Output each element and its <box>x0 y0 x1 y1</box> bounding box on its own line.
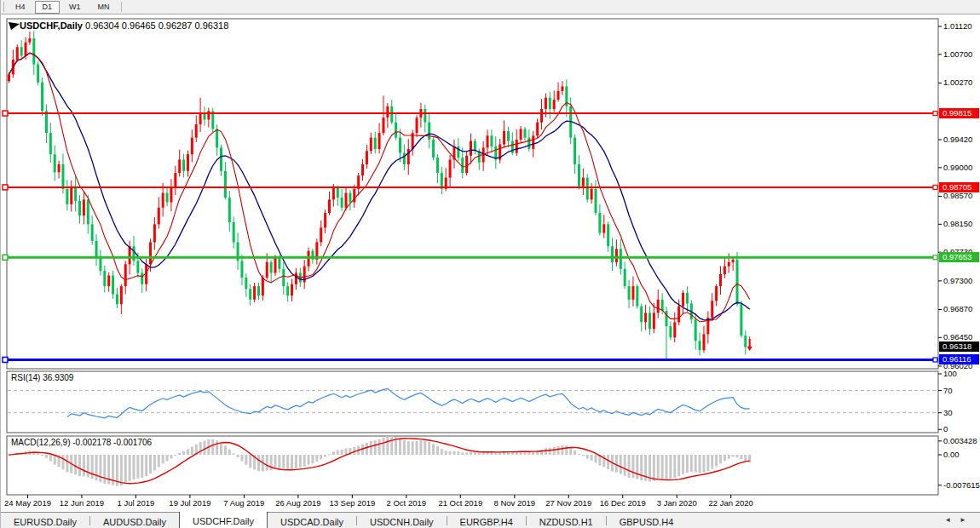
candle-body <box>586 178 589 200</box>
macd-histogram-bar <box>124 455 127 484</box>
macd-histogram-bar <box>153 455 156 471</box>
candle-body <box>628 286 631 300</box>
macd-histogram-bar <box>620 455 622 474</box>
line-left-handle[interactable] <box>3 357 8 362</box>
candle-body <box>682 293 684 307</box>
candle-body <box>728 262 730 267</box>
candle-body <box>602 224 605 232</box>
chart-tab-usdcnh-daily[interactable]: USDCNH.Daily <box>357 513 447 528</box>
macd-histogram-bar <box>732 455 735 456</box>
candle-body <box>132 246 135 261</box>
candle-body <box>536 123 539 136</box>
candle-body <box>636 286 638 306</box>
macd-histogram-bar <box>308 455 310 465</box>
macd-histogram-bar <box>428 442 430 455</box>
chart-tab-usdchf-daily[interactable]: USDCHF.Daily <box>179 512 268 528</box>
line-right-handle[interactable] <box>933 185 937 189</box>
macd-histogram-bar <box>545 448 547 455</box>
macd-histogram-bar <box>337 451 339 455</box>
candle-body <box>49 133 52 154</box>
candle-body <box>699 341 701 350</box>
macd-histogram-bar <box>653 455 655 481</box>
macd-histogram-bar <box>374 440 377 455</box>
macd-histogram-bar <box>187 449 189 455</box>
macd-histogram-bar <box>569 448 572 455</box>
macd-histogram-bar <box>99 455 101 482</box>
price-level-badge[interactable]: 0.99815 <box>939 108 979 118</box>
macd-histogram-bar <box>457 451 459 455</box>
candle-body <box>74 187 77 201</box>
candle-body <box>695 319 697 341</box>
candle-body <box>574 138 576 164</box>
candle-body <box>732 260 735 262</box>
main-price-pane[interactable] <box>7 19 938 369</box>
macd-histogram-bar <box>249 455 251 468</box>
chart-tab-usdcad-daily[interactable]: USDCAD.Daily <box>268 513 356 528</box>
candle-body <box>233 222 235 242</box>
candle-body <box>649 313 651 329</box>
macd-histogram-bar <box>211 439 214 455</box>
candle-body <box>657 300 660 313</box>
price-level-badge[interactable]: 0.97653 <box>939 252 979 262</box>
chart-tab-eurusd-daily[interactable]: EURUSD.Daily <box>1 513 89 528</box>
candle-body <box>262 278 264 296</box>
candle-body <box>257 286 260 296</box>
candle-body <box>702 334 705 350</box>
tab-scroll-left-icon[interactable]: ◄ <box>944 516 960 524</box>
candle-body <box>503 131 505 145</box>
candle-body <box>224 171 227 198</box>
line-left-handle[interactable] <box>3 111 8 116</box>
price-level-badge[interactable]: 0.96116 <box>939 354 979 364</box>
candle-body <box>341 198 343 208</box>
candle-body <box>228 198 231 222</box>
candle-body <box>378 133 381 149</box>
candle-body <box>103 271 106 286</box>
line-right-handle[interactable] <box>933 112 937 116</box>
macd-histogram-bar <box>162 455 164 463</box>
macd-histogram-bar <box>424 440 426 455</box>
candle-body <box>470 141 472 156</box>
candle-body <box>416 118 418 133</box>
line-right-handle[interactable] <box>933 255 937 260</box>
macd-histogram-bar <box>257 455 260 471</box>
candle-body <box>449 159 452 177</box>
line-right-handle[interactable] <box>933 358 937 362</box>
candle-body <box>195 124 198 138</box>
macd-histogram-bar <box>87 455 89 478</box>
candle-body <box>70 187 72 204</box>
macd-histogram-bar <box>49 455 52 462</box>
chart-tab-nzdusd-h1[interactable]: NZDUSD.H1 <box>527 513 606 528</box>
price-axis-label: 1.00270 <box>943 78 972 87</box>
candle-body <box>723 267 726 274</box>
price-level-badge[interactable]: 0.98705 <box>939 182 979 192</box>
candle-body <box>428 123 430 140</box>
macd-histogram-bar <box>657 455 660 479</box>
chart-tab-audusd-daily[interactable]: AUDUSD.Daily <box>90 513 179 528</box>
macd-histogram-bar <box>41 455 43 456</box>
macd-histogram-bar <box>345 448 348 455</box>
candle-body <box>661 300 664 311</box>
chart-symbol-label: USDCHF,Daily <box>20 20 83 31</box>
candle-body <box>549 98 551 109</box>
candle-body <box>95 241 98 258</box>
line-left-handle[interactable] <box>3 255 8 260</box>
macd-histogram-bar <box>295 455 297 468</box>
chart-tab-gbpusd-h4[interactable]: GBPUSD.H4 <box>607 513 687 528</box>
rsi-axis-label: 70 <box>943 387 953 395</box>
macd-histogram-bar <box>453 451 455 455</box>
macd-histogram-bar <box>624 455 626 476</box>
macd-histogram-bar <box>441 449 443 455</box>
line-left-handle[interactable] <box>3 185 8 190</box>
candle-body <box>686 293 689 304</box>
chart-tab-eurgbp-h4[interactable]: EURGBP.H4 <box>447 513 526 528</box>
macd-histogram-bar <box>341 450 343 455</box>
macd-histogram-bar <box>370 441 372 455</box>
rsi-pane[interactable] <box>7 371 938 433</box>
candle-body <box>149 242 152 264</box>
macd-histogram-bar <box>299 455 302 468</box>
macd-histogram-bar <box>699 455 701 473</box>
candle-body <box>487 135 489 147</box>
candle-body <box>561 86 563 90</box>
tab-scroll-right-icon[interactable]: ► <box>960 516 975 524</box>
chart-canvas[interactable] <box>1 0 980 528</box>
